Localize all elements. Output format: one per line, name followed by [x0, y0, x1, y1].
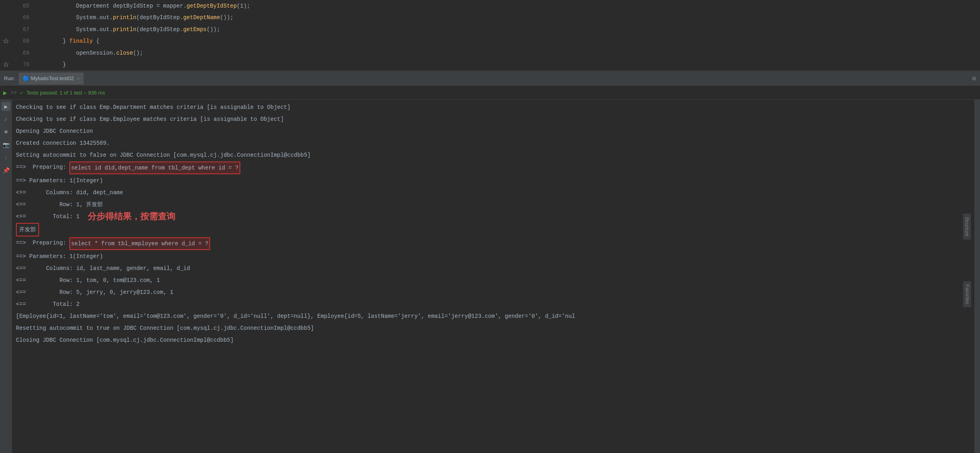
line-content-66: System.out.println(deptByIdStep.getDeptN… [36, 14, 980, 21]
console-text-12: ==> Parameters: 1(Integer) [16, 251, 103, 262]
test-results-bar: ▶ >> ✓ Tests passed: 1 of 1 test – 936 m… [0, 86, 980, 100]
console-text-16: <== Total: 2 [16, 299, 80, 310]
console-line-kaifabu: 开发部 [12, 223, 974, 237]
sidebar-pin-icon[interactable]: 📌 [2, 166, 10, 175]
run-tab-label: MybatisTest.test02 [31, 75, 74, 81]
run-tab[interactable]: 🔵 MybatisTest.test02 × [19, 73, 83, 85]
console-text-4: Created connection 13425589. [16, 138, 110, 149]
console-text-3: Opening JDBC Connection [16, 126, 93, 137]
gutter-70 [0, 61, 12, 68]
annotation-text: 分步得结果，按需查询 [88, 211, 175, 222]
console-text-8: <== Columns: did, dept_name [16, 187, 123, 198]
console-line-12: ==> Parameters: 1(Integer) [12, 250, 974, 262]
console-text-18: Resetting autocommit to true on JDBC Con… [16, 323, 314, 334]
line-number-68: 68 [12, 38, 36, 44]
console-text-5: Setting autocommit to false on JDBC Conn… [16, 150, 310, 161]
favorites-tab[interactable]: Favorites [963, 282, 971, 307]
line-number-69: 69 [12, 50, 36, 56]
code-line-65: 65 Department deptByIdStep = mapper.getD… [0, 0, 980, 12]
right-panel [974, 100, 980, 453]
console-line-10: <== Total: 1 分步得结果，按需查询 [12, 211, 974, 223]
console-line-8: <== Columns: did, dept_name [12, 187, 974, 199]
line-content-69: openSession.close(); [36, 50, 980, 56]
console-text-1: Checking to see if class Emp.Department … [16, 102, 291, 113]
console-line-4: Created connection 13425589. [12, 137, 974, 149]
gutter-68 [0, 38, 12, 44]
console-line-3: Opening JDBC Connection [12, 125, 974, 137]
code-line-66: 66 System.out.println(deptByIdStep.getDe… [0, 12, 980, 24]
console-line-13: <== Columns: id, last_name, gender, emai… [12, 262, 974, 274]
console-line-7: ==> Parameters: 1(Integer) [12, 175, 974, 187]
code-line-67: 67 System.out.println(deptByIdStep.getEm… [0, 24, 980, 35]
console-line-sql1: ==> Preparing: select id did,dept_name f… [12, 161, 974, 175]
console-line-17: [Employee{id=1, lastName='tom', email='t… [12, 310, 974, 322]
sql-highlight-1: select id did,dept_name from tbl_dept wh… [69, 162, 240, 174]
console-line-9: <== Row: 1, 开发部 [12, 199, 974, 211]
line-number-70: 70 [12, 61, 36, 68]
console-line-16: <== Total: 2 [12, 298, 974, 310]
console-text-7: ==> Parameters: 1(Integer) [16, 175, 103, 186]
sidebar-run-icon[interactable]: ▶ [2, 102, 10, 111]
line-number-66: 66 [12, 14, 36, 21]
console-text-15: <== Row: 5, jerry, 0, jerry@123.com, 1 [16, 287, 173, 298]
console-output: Checking to see if class Emp.Department … [12, 100, 974, 453]
console-text-17: [Employee{id=1, lastName='tom', email='t… [16, 311, 575, 322]
structure-tab[interactable]: Structure [963, 214, 971, 240]
console-line-18: Resetting autocommit to true on JDBC Con… [12, 322, 974, 334]
code-line-70: 70 } [0, 59, 980, 71]
console-text-sql1-prefix: ==> Preparing: [16, 162, 69, 173]
skip-button[interactable]: >> [10, 90, 17, 96]
line-number-67: 67 [12, 26, 36, 33]
console-line-19: Closing JDBC Connection [com.mysql.cj.jd… [12, 334, 974, 346]
line-content-70: } [36, 61, 980, 68]
line-number-65: 65 [12, 3, 36, 9]
check-icon: ✓ [20, 90, 23, 96]
console-text-sql2-prefix: ==> Preparing: [16, 237, 69, 248]
code-line-68: 68 } finally { [0, 35, 980, 47]
line-content-67: System.out.println(deptByIdStep.getEmps(… [36, 26, 980, 33]
console-area: ▶ ✓ ■ 📷 ↓ 📌 Checking to see if class Emp… [0, 100, 980, 453]
console-text-10: <== Total: 1 [16, 211, 80, 222]
line-content-68: } finally { [36, 38, 980, 44]
console-line-14: <== Row: 1, tom, 0, tom@123.com, 1 [12, 274, 974, 286]
kaifabu-label: 开发部 [16, 223, 39, 236]
code-editor: 65 Department deptByIdStep = mapper.getD… [0, 0, 980, 71]
settings-gear-icon[interactable]: ⚙ [972, 75, 976, 83]
console-line-1: Checking to see if class Emp.Department … [12, 101, 974, 113]
sidebar-check-icon[interactable]: ✓ [2, 115, 10, 124]
test-pass-label: Tests passed: 1 of 1 test – 936 ms [26, 90, 105, 96]
console-text-2: Checking to see if class Emp.Employee ma… [16, 114, 284, 125]
console-text-14: <== Row: 1, tom, 0, tom@123.com, 1 [16, 275, 160, 286]
console-text-9: <== Row: 1, 开发部 [16, 199, 103, 210]
run-tab-close[interactable]: × [77, 76, 79, 81]
console-text-19: Closing JDBC Connection [com.mysql.cj.jd… [16, 335, 234, 346]
console-line-sql2: ==> Preparing: select * from tbl_employe… [12, 237, 974, 250]
finally-keyword: finally [69, 38, 93, 44]
sidebar-stop-icon[interactable]: ■ [2, 128, 10, 136]
tab-mybatis-icon: 🔵 [23, 75, 29, 81]
console-line-5: Setting autocommit to false on JDBC Conn… [12, 149, 974, 161]
run-label: Run: [4, 75, 15, 81]
line-content-65: Department deptByIdStep = mapper.getDept… [36, 3, 980, 9]
sql-highlight-2: select * from tbl_employee where d_id = … [69, 237, 210, 250]
left-sidebar: ▶ ✓ ■ 📷 ↓ 📌 [0, 100, 12, 453]
run-toolbar: Run: 🔵 MybatisTest.test02 × ⚙ [0, 71, 980, 86]
sidebar-down-icon[interactable]: ↓ [2, 153, 10, 162]
console-line-15: <== Row: 5, jerry, 0, jerry@123.com, 1 [12, 286, 974, 298]
sidebar-camera-icon[interactable]: 📷 [2, 140, 10, 149]
console-text-13: <== Columns: id, last_name, gender, emai… [16, 263, 190, 274]
code-line-69: 69 openSession.close(); [0, 47, 980, 59]
play-button[interactable]: ▶ [3, 89, 7, 97]
console-line-2: Checking to see if class Emp.Employee ma… [12, 113, 974, 125]
